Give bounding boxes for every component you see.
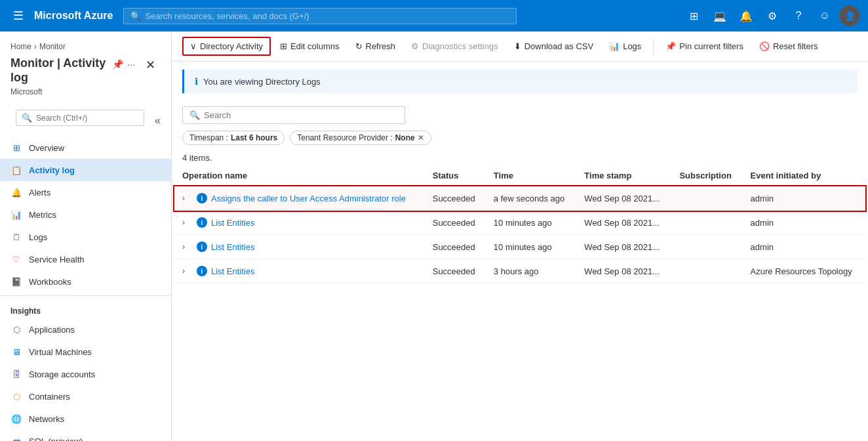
top-nav: ☰ Microsoft Azure 🔍 ⊞ 💻 🔔 ⚙ ? ☺ 👤 [0,0,868,32]
sidebar-item-overview[interactable]: ⊞ Overview [0,136,171,159]
vm-icon: 🖥 [10,346,22,358]
table-row[interactable]: › i List Entities Succeeded 3 hours ago … [174,259,865,284]
info-icon: ℹ [195,76,198,87]
page-title: Monitor | Activity log [10,56,107,85]
sidebar-item-metrics[interactable]: 📊 Metrics [0,203,171,226]
provider-filter-close-icon[interactable]: ✕ [418,133,424,142]
diagnostics-button[interactable]: ⚙ Diagnostics settings [404,38,505,54]
table-header-row: Operation name Status Time Time stamp Su… [174,165,865,186]
sidebar-item-activity-log[interactable]: 📋 Activity log [0,159,171,181]
row-expander-icon[interactable]: › [182,218,195,227]
col-timestamp[interactable]: Time stamp [576,165,671,186]
sidebar-item-sql-preview[interactable]: 🗃 SQL (preview) [0,430,171,441]
info-dot-icon: i [197,266,207,276]
row-expander-icon[interactable]: › [182,194,195,203]
global-search-bar[interactable]: 🔍 [123,8,517,24]
more-options-icon[interactable]: ··· [127,59,135,70]
table-row[interactable]: › i List Entities Succeeded 10 minutes a… [174,211,865,235]
close-button[interactable]: ✕ [140,56,161,74]
containers-icon: ⬡ [10,390,22,402]
reset-filters-label: Reset filters [773,41,818,51]
cell-time: a few seconds ago [486,186,576,211]
col-subscription[interactable]: Subscription [671,165,742,186]
refresh-button[interactable]: ↻ Refresh [349,38,403,54]
sidebar-search[interactable]: 🔍 [16,110,144,126]
user-avatar[interactable]: 👤 [839,5,860,26]
table-row[interactable]: › i Assigns the caller to User Access Ad… [174,186,865,211]
pin-filters-button[interactable]: 📌 Pin current filters [659,38,750,54]
search-icon: 🔍 [189,110,200,120]
toolbar-divider [653,39,654,54]
edit-columns-button[interactable]: ⊞ Edit columns [273,38,345,54]
cell-time: 3 hours ago [486,259,576,284]
sidebar-item-service-health[interactable]: ♡ Service Health [0,248,171,270]
provider-filter-tag[interactable]: Tenant Resource Provider : None ✕ [290,131,431,145]
sidebar-item-label: Virtual Machines [29,347,92,357]
operation-name: List Entities [211,218,254,228]
breadcrumb-sep: › [34,42,37,51]
logs-button[interactable]: 📊 Logs [602,38,648,54]
cloud-icon[interactable]: 💻 [708,4,732,28]
info-dot-icon: i [197,242,207,252]
sidebar-item-alerts[interactable]: 🔔 Alerts [0,181,171,203]
col-event-by[interactable]: Event initiated by [743,165,865,186]
directory-activity-label: Directory Activity [200,41,263,51]
sidebar-item-virtual-machines[interactable]: 🖥 Virtual Machines [0,341,171,363]
cell-timestamp: Wed Sep 08 2021... [576,235,671,259]
chevron-down-icon: ∨ [190,41,197,51]
cell-operation: › i List Entities [174,259,425,284]
cell-event-by: Azure Resources Topology [743,259,865,284]
cell-status: Succeeded [425,259,486,284]
cell-timestamp: Wed Sep 08 2021... [576,259,671,284]
timespan-filter-tag[interactable]: Timespan : Last 6 hours [182,131,285,145]
sidebar-item-applications[interactable]: ⬡ Applications [0,318,171,341]
diagnostics-label: Diagnostics settings [422,41,498,51]
breadcrumb-parent[interactable]: Monitor [39,42,66,51]
pin-icon[interactable]: 📌 [112,59,123,70]
sidebar-item-workbooks[interactable]: 📓 Workbooks [0,270,171,293]
portal-icon[interactable]: ⊞ [682,4,705,28]
directory-activity-button[interactable]: ∨ Directory Activity [182,37,271,56]
download-icon: ⬇ [514,41,521,51]
cell-status: Succeeded [425,186,486,211]
table-row[interactable]: › i List Entities Succeeded 10 minutes a… [174,235,865,259]
col-time[interactable]: Time [486,165,576,186]
hamburger-menu[interactable]: ☰ [8,6,29,26]
reset-filters-button[interactable]: 🚫 Reset filters [753,38,825,54]
sidebar-item-logs[interactable]: 🗒 Logs [0,226,171,248]
filter-search[interactable]: 🔍 [182,106,405,124]
filters-area: 🔍 Timespan : Last 6 hours Tenant Resourc… [172,101,868,150]
feedback-icon[interactable]: ☺ [813,4,837,28]
provider-label: Tenant Resource Provider : [297,133,392,142]
row-expander-icon[interactable]: › [182,266,195,276]
download-csv-button[interactable]: ⬇ Download as CSV [507,38,601,54]
main-content: ∨ Directory Activity ⊞ Edit columns ↻ Re… [172,32,868,441]
filter-search-input[interactable] [204,110,398,120]
items-count: 4 items. [172,150,868,165]
table-body: › i Assigns the caller to User Access Ad… [174,186,865,284]
collapse-sidebar-button[interactable]: « [152,112,163,129]
help-icon[interactable]: ? [787,4,810,28]
sidebar-item-networks[interactable]: 🌐 Networks [0,408,171,430]
sidebar-item-storage-accounts[interactable]: 🗄 Storage accounts [0,363,171,385]
filter-tags: Timespan : Last 6 hours Tenant Resource … [182,131,858,145]
reset-icon: 🚫 [759,41,770,51]
sidebar-item-containers[interactable]: ⬡ Containers [0,385,171,408]
global-search-input[interactable] [145,11,509,21]
col-operation-name[interactable]: Operation name [174,165,425,186]
breadcrumb: Home › Monitor [10,42,161,51]
sidebar-item-label: Logs [29,232,47,242]
cell-status: Succeeded [425,211,486,235]
bell-icon[interactable]: 🔔 [734,4,758,28]
sidebar-search-input[interactable] [36,114,138,123]
cell-subscription [671,259,742,284]
settings-icon[interactable]: ⚙ [760,4,784,28]
sidebar-item-label: Networks [29,414,64,424]
cell-timestamp: Wed Sep 08 2021... [576,186,671,211]
breadcrumb-home[interactable]: Home [10,42,31,51]
sidebar-item-label: Service Health [29,255,85,264]
sidebar-item-label: Applications [29,325,75,335]
row-expander-icon[interactable]: › [182,242,195,251]
col-status[interactable]: Status [425,165,486,186]
diagnostics-icon: ⚙ [411,41,419,51]
